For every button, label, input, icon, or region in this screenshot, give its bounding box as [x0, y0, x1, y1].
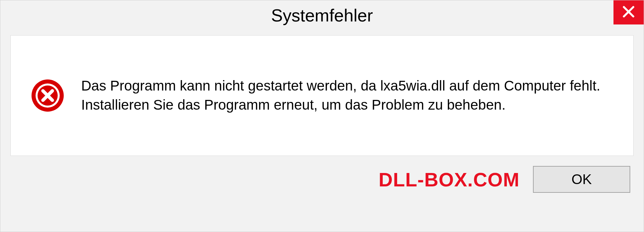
dialog-title: Systemfehler [271, 5, 373, 25]
title-bar: Systemfehler [0, 0, 644, 31]
content-panel: Das Programm kann nicht gestartet werden… [10, 35, 634, 156]
error-icon [31, 79, 64, 112]
error-dialog: Systemfehler Das Programm kann nicht ges… [0, 0, 644, 232]
ok-button[interactable]: OK [533, 166, 630, 193]
close-button[interactable] [613, 0, 644, 24]
dialog-footer: DLL-BOX.COM OK [0, 156, 644, 206]
close-icon [622, 5, 635, 20]
error-message: Das Programm kann nicht gestartet werden… [81, 76, 613, 114]
watermark-text: DLL-BOX.COM [379, 168, 520, 191]
